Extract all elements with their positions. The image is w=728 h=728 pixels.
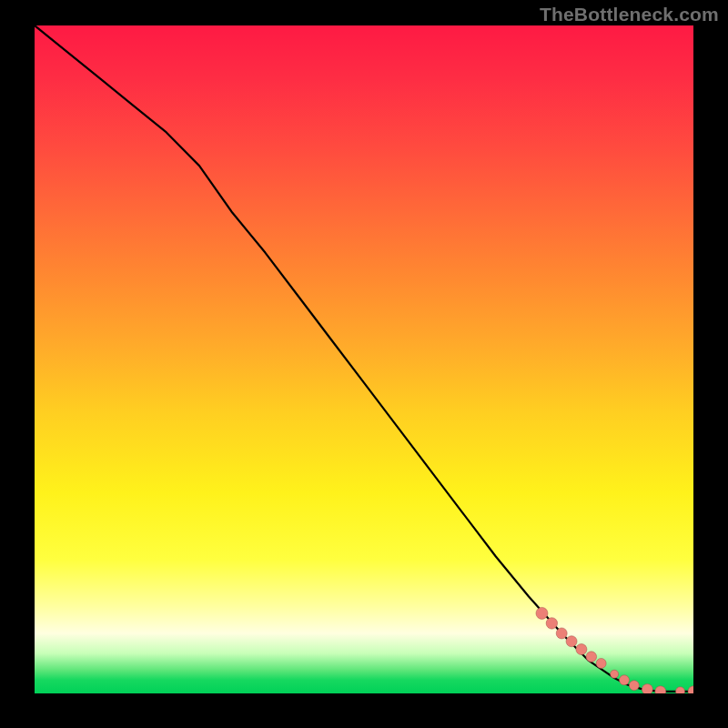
trend-line xyxy=(35,25,693,692)
marker-dot xyxy=(676,687,685,693)
marker-dot xyxy=(642,684,652,693)
marker-dot xyxy=(576,644,587,655)
marker-dot xyxy=(546,618,557,629)
marker-dot xyxy=(536,607,548,619)
chart-area xyxy=(35,25,693,693)
chart-svg xyxy=(35,25,693,693)
marker-group xyxy=(536,607,693,693)
marker-dot xyxy=(611,670,619,678)
marker-dot xyxy=(556,628,567,639)
marker-dot xyxy=(629,681,639,691)
marker-dot xyxy=(688,686,693,693)
watermark-text: TheBottleneck.com xyxy=(540,4,719,25)
marker-dot xyxy=(566,636,577,647)
marker-dot xyxy=(655,686,666,693)
marker-dot xyxy=(596,658,606,668)
marker-dot xyxy=(619,675,629,685)
marker-dot xyxy=(586,652,597,662)
